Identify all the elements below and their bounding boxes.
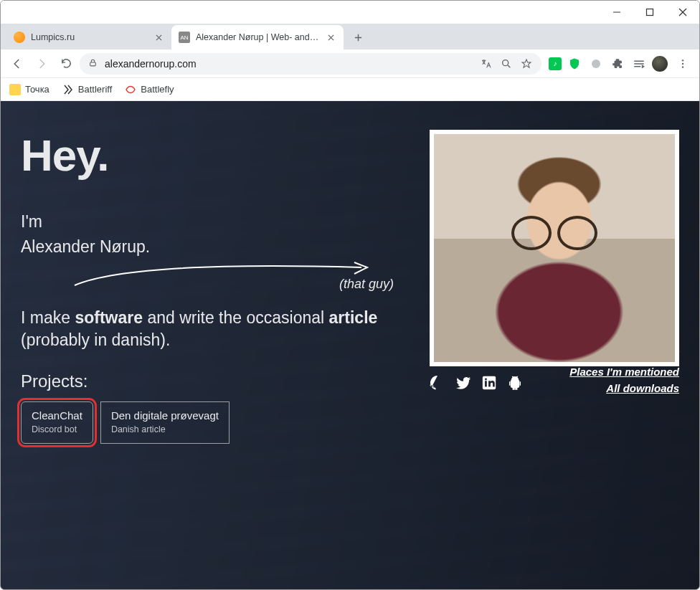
- project-subtitle: Discord bot: [32, 424, 82, 436]
- browser-menu-button[interactable]: [672, 53, 694, 75]
- extension-music-icon[interactable]: ♪: [549, 57, 562, 70]
- tab-strip: Lumpics.ru AN Alexander Nørup | Web- and…: [1, 24, 699, 49]
- android-icon[interactable]: [507, 375, 523, 391]
- address-bar[interactable]: alexandernorup.com: [80, 53, 541, 75]
- tab-title: Lumpics.ru: [31, 32, 147, 42]
- svg-point-14: [682, 60, 684, 61]
- reload-button[interactable]: [55, 53, 77, 75]
- project-subtitle: Danish article: [111, 424, 219, 436]
- intro-name: Alexander Nørup.: [21, 236, 379, 258]
- bookmark-favicon-icon: [9, 84, 21, 95]
- bookmark-label: Battleriff: [78, 84, 112, 95]
- svg-point-16: [682, 66, 684, 67]
- bookmark-tochka[interactable]: Точка: [9, 84, 49, 95]
- svg-rect-1: [647, 9, 653, 16]
- tab-title: Alexander Nørup | Web- and sof: [196, 32, 319, 42]
- forward-button[interactable]: [31, 53, 52, 75]
- profile-photo: [430, 130, 679, 366]
- profile-avatar[interactable]: [652, 56, 668, 72]
- window-maximize-button[interactable]: [633, 1, 666, 24]
- bookmark-label: Точка: [25, 84, 49, 95]
- window-minimize-button[interactable]: [600, 1, 633, 24]
- svg-point-19: [485, 378, 487, 380]
- twitter-icon[interactable]: [455, 375, 471, 391]
- extensions-row: ♪: [544, 53, 694, 75]
- extension-gray-icon[interactable]: [587, 55, 605, 72]
- bookmark-star-icon[interactable]: [520, 57, 533, 70]
- project-cleanchat[interactable]: CleanChat Discord bot: [21, 401, 93, 443]
- bookmark-favicon-icon: [125, 84, 136, 95]
- extension-adblock-icon[interactable]: [566, 55, 583, 72]
- svg-rect-10: [90, 62, 96, 65]
- bookmark-battlefly[interactable]: Battlefly: [125, 84, 174, 95]
- github-icon[interactable]: [430, 375, 445, 391]
- project-title: Den digitale prøvevagt: [111, 409, 219, 423]
- projects-heading: Projects:: [21, 371, 379, 391]
- intro-im: I'm: [21, 211, 379, 233]
- lock-icon: [88, 58, 98, 70]
- url-text: alexandernorup.com: [105, 58, 473, 70]
- linkedin-icon[interactable]: [481, 375, 497, 391]
- arrow-annotation: (that guy): [21, 262, 379, 297]
- close-icon[interactable]: [325, 32, 336, 43]
- close-icon[interactable]: [153, 32, 164, 43]
- page-viewport: Hey. I'm Alexander Nørup. (that guy) I m…: [1, 101, 699, 590]
- svg-point-11: [503, 60, 509, 65]
- new-tab-button[interactable]: [348, 27, 368, 47]
- browser-toolbar: alexandernorup.com ♪: [1, 49, 699, 78]
- window-titlebar: [1, 1, 699, 24]
- svg-line-12: [508, 65, 510, 67]
- projects-row: CleanChat Discord bot Den digitale prøve…: [21, 401, 379, 443]
- hero-heading: Hey.: [21, 130, 379, 181]
- bookmark-label: Battlefly: [141, 84, 174, 95]
- svg-point-15: [682, 62, 684, 64]
- link-downloads[interactable]: All downloads: [606, 382, 679, 394]
- back-button[interactable]: [6, 53, 28, 75]
- svg-rect-18: [485, 381, 487, 386]
- svg-point-13: [592, 60, 600, 68]
- bookmarks-bar: Точка Battleriff Battlefly: [1, 78, 699, 101]
- tab-alexandernorup[interactable]: AN Alexander Nørup | Web- and sof: [171, 25, 344, 49]
- tab-lumpics[interactable]: Lumpics.ru: [6, 25, 171, 49]
- link-places[interactable]: Places I'm mentioned: [569, 366, 679, 378]
- zoom-icon[interactable]: [500, 57, 513, 70]
- translate-icon[interactable]: [480, 57, 493, 70]
- media-control-icon[interactable]: [630, 55, 648, 72]
- bookmark-battleriff[interactable]: Battleriff: [62, 84, 112, 95]
- project-provevagt[interactable]: Den digitale prøvevagt Danish article: [100, 401, 230, 443]
- project-title: CleanChat: [32, 409, 82, 423]
- intro-description: I make software and write the occasional…: [21, 307, 379, 351]
- extensions-button[interactable]: [609, 55, 626, 72]
- bookmark-favicon-icon: [62, 84, 74, 95]
- favicon-icon: [14, 32, 25, 43]
- favicon-icon: AN: [179, 32, 190, 43]
- window-close-button[interactable]: [666, 1, 699, 24]
- thatguy-caption: (that guy): [339, 277, 394, 292]
